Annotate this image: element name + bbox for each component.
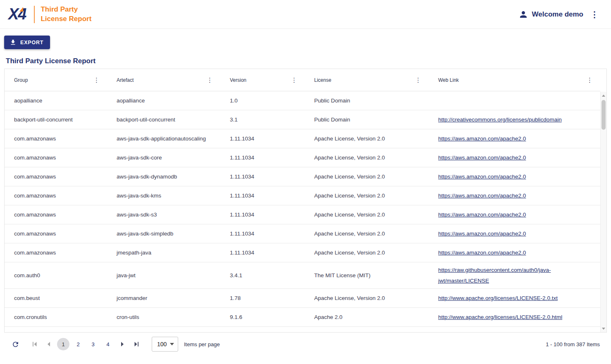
next-page-icon[interactable] [117, 339, 127, 350]
user-menu-kebab-icon[interactable]: ⋮ [590, 10, 599, 19]
web-link[interactable]: http://www.apache.org/licenses/LICENSE-2… [438, 295, 558, 301]
cell-version: 1.11.1034 [220, 207, 305, 223]
cell-weblink [429, 98, 600, 103]
column-header-weblink[interactable]: Web Link ⋮ [429, 69, 600, 91]
user-area: Welcome demo ⋮ [518, 10, 599, 19]
web-link[interactable]: https://raw.githubusercontent.com/auth0/… [438, 267, 551, 284]
cell-version: 1.0 [220, 93, 305, 109]
web-link[interactable]: https://aws.amazon.com/apache2.0 [438, 155, 526, 161]
cell-license: Apache 2.0 [305, 309, 429, 325]
cell-artefact: aws-java-sdk-s3 [107, 207, 220, 223]
chevron-down-icon [170, 343, 174, 345]
web-link[interactable]: https://aws.amazon.com/apache2.0 [438, 250, 526, 256]
scroll-up-arrow-icon[interactable] [601, 93, 606, 98]
table-row: backport-util-concurrent backport-util-c… [5, 110, 600, 129]
column-menu-kebab-icon[interactable]: ⋮ [205, 76, 215, 84]
column-menu-kebab-icon[interactable]: ⋮ [413, 76, 423, 84]
license-table: Group ⋮ Artefact ⋮ Version ⋮ License ⋮ W… [4, 69, 607, 333]
column-menu-kebab-icon[interactable]: ⋮ [585, 76, 594, 84]
table-row: com.amazonaws aws-java-sdk-applicationau… [5, 129, 600, 148]
pager: 1 2 3 4 100 Items per page 1 - 100 from … [4, 333, 607, 355]
web-link[interactable]: https://aws.amazon.com/apache2.0 [438, 193, 526, 199]
cell-license: Apache License, Version 2.0 [305, 226, 429, 242]
table-row: com.amazonaws aws-java-sdk-dynamodb 1.11… [5, 167, 600, 186]
column-header-artefact[interactable]: Artefact ⋮ [107, 69, 220, 91]
table-row: aopalliance aopalliance 1.0 Public Domai… [5, 91, 600, 110]
cell-license: Apache License, Version 2.0 [305, 188, 429, 204]
pager-range-label: 1 - 100 from 387 Items [546, 341, 600, 347]
cell-artefact: java-jwt [107, 268, 220, 283]
web-link[interactable]: https://aws.amazon.com/apache2.0 [438, 174, 526, 180]
column-header-license[interactable]: License ⋮ [305, 69, 429, 91]
cell-artefact: aws-java-sdk-dynamodb [107, 169, 220, 185]
items-per-page-select[interactable]: 100 [152, 337, 178, 352]
page-button-4[interactable]: 4 [102, 338, 114, 350]
web-link[interactable]: https://aws.amazon.com/apache2.0 [438, 212, 526, 218]
app-header: X4 Third Party License Report Welcome de… [0, 0, 611, 29]
scrollbar-thumb[interactable] [601, 100, 606, 130]
cell-weblink: https://aws.amazon.com/apache2.0 [429, 226, 600, 242]
table-row: com.cronutils cron-utils 9.1.6 Apache 2.… [5, 308, 600, 327]
cell-license: Apache License, Version 2.0 [305, 131, 429, 147]
cell-artefact: aopalliance [107, 93, 220, 109]
download-icon [10, 39, 17, 46]
cell-artefact: jmespath-java [107, 245, 220, 261]
web-link[interactable]: https://aws.amazon.com/apache2.0 [438, 136, 526, 142]
column-header-group[interactable]: Group ⋮ [5, 69, 107, 91]
cell-version: 9.1.6 [220, 309, 305, 325]
export-button-label: EXPORT [20, 40, 43, 45]
last-page-icon[interactable] [131, 339, 141, 350]
cell-artefact: aws-java-sdk-core [107, 150, 220, 166]
welcome-text: Welcome demo [532, 10, 583, 19]
page-button-3[interactable]: 3 [87, 338, 99, 350]
cell-version: 1.11.1034 [220, 169, 305, 185]
scroll-down-arrow-icon[interactable] [601, 326, 606, 331]
cell-version: 1.11.1034 [220, 245, 305, 261]
cell-weblink: https://raw.githubusercontent.com/auth0/… [429, 262, 600, 288]
page-title: Third Party License Report [6, 57, 611, 65]
cell-group: com.amazonaws [5, 207, 107, 223]
web-link[interactable]: https://aws.amazon.com/apache2.0 [438, 231, 526, 237]
cell-artefact: jcommander [107, 290, 220, 306]
cell-license: The MIT License (MIT) [305, 268, 429, 283]
refresh-icon[interactable] [12, 340, 19, 348]
cell-weblink: https://aws.amazon.com/apache2.0 [429, 245, 600, 261]
table-body: aopalliance aopalliance 1.0 Public Domai… [5, 91, 600, 332]
cell-group: com.amazonaws [5, 245, 107, 261]
cell-version: 1.11.1034 [220, 188, 305, 204]
column-header-label: Artefact [117, 77, 134, 83]
column-header-label: License [314, 77, 331, 83]
items-per-page-value: 100 [157, 341, 167, 347]
page-button-2[interactable]: 2 [72, 338, 84, 350]
web-link[interactable]: http://www.apache.org/licenses/LICENSE-2… [438, 314, 562, 320]
column-menu-kebab-icon[interactable]: ⋮ [289, 76, 299, 84]
column-header-version[interactable]: Version ⋮ [220, 69, 305, 91]
cell-version: 1.11.1034 [220, 131, 305, 147]
cell-group: com.amazonaws [5, 226, 107, 242]
column-header-label: Group [14, 77, 28, 83]
cell-version: 1.11.1034 [220, 226, 305, 242]
cell-group: com.cronutils [5, 309, 107, 325]
page-button-1[interactable]: 1 [57, 338, 69, 350]
cell-version: 1.11.1034 [220, 150, 305, 166]
cell-license: Public Domain [305, 112, 429, 128]
cell-artefact: aws-java-sdk-simpledb [107, 226, 220, 242]
export-button[interactable]: EXPORT [4, 36, 50, 49]
web-link[interactable]: http://creativecommons.org/licenses/publ… [438, 117, 562, 123]
cell-license: Apache License, Version 2.0 [305, 150, 429, 166]
cell-version: 1.78 [220, 290, 305, 306]
previous-page-icon[interactable] [44, 339, 54, 350]
items-per-page-label: Items per page [184, 341, 220, 347]
column-menu-kebab-icon[interactable]: ⋮ [92, 76, 101, 84]
cell-weblink: https://aws.amazon.com/apache2.0 [429, 131, 600, 147]
cell-weblink: http://creativecommons.org/licenses/publ… [429, 112, 600, 128]
cell-license: Apache License, Version 2.0 [305, 207, 429, 223]
x4-logo-text: X4 [8, 5, 26, 23]
brand: X4 Third Party License Report [8, 5, 91, 24]
table-header-row: Group ⋮ Artefact ⋮ Version ⋮ License ⋮ W… [5, 69, 600, 91]
first-page-icon[interactable] [30, 339, 40, 350]
vertical-scrollbar[interactable] [600, 92, 606, 332]
table-row: com.amazonaws aws-java-sdk-kms 1.11.1034… [5, 186, 600, 205]
cell-license: Public Domain [305, 93, 429, 109]
cell-group: aopalliance [5, 93, 107, 109]
